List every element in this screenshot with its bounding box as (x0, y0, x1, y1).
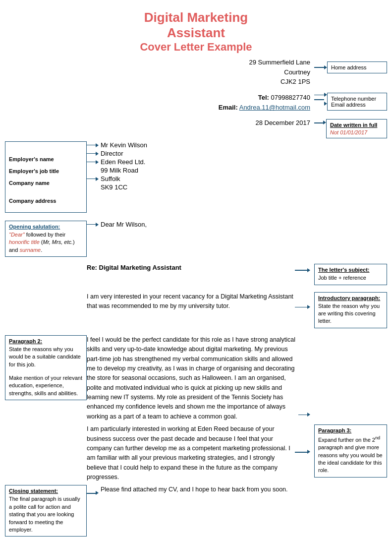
paragraph-3: I am particularly interested in working … (87, 424, 295, 482)
title-line2: Assistant (10, 25, 382, 41)
employer-name-line: Mr Kevin Wilson (87, 141, 310, 149)
employer-row: Employer's name Employer's job title Com… (5, 141, 387, 217)
para3-annotation: Paragraph 3: Expand further on the 2nd p… (310, 424, 387, 481)
paragraph-1: I am very interested in your recent vaca… (87, 292, 295, 311)
salutation-center: Dear Mr Wilson, (87, 221, 310, 230)
subject-row: Re: Digital Marketing Assistant The lett… (5, 264, 387, 289)
para4-center: Please find attached my CV, and I hope t… (87, 485, 310, 495)
address-line2: Courtney (87, 67, 310, 77)
para2-left-annotation: Paragraph 2: State the reasons why you w… (5, 335, 87, 404)
home-address-box: Home address (327, 61, 387, 73)
para2-center: I feel I would be the perfect candidate … (87, 335, 310, 421)
salutation-row: Opening salutation: "Dear" followed by t… (5, 221, 387, 261)
contact-center: Tel: 07998827740 Email: Andrea.11@hotmai… (87, 93, 310, 118)
address-line1: 29 Summerfield Lane (87, 58, 310, 67)
title-line1: Digital Marketing (10, 10, 382, 25)
subject-box: The letter's subject: Job title + refere… (314, 264, 387, 285)
date-center: 28 December 2017 (87, 119, 310, 132)
email-link[interactable]: Andrea.11@hotmail.com (239, 104, 310, 111)
closing-box: Closing statement: The final paragraph i… (5, 485, 87, 537)
date-box: Date written in full Not 01/01/2017 (326, 119, 387, 138)
paragraph-4: Please find attached my CV, and I hope t… (101, 485, 288, 494)
page: Digital Marketing Assistant Cover Letter… (0, 0, 392, 540)
intro-annotation: Introductory paragraph: State the reason… (310, 292, 387, 332)
employer-box-text: Employer's name Employer's job title Com… (9, 150, 83, 204)
subject-text: Re: Digital Marketing Assistant (87, 264, 295, 271)
paragraph2-box: Paragraph 2: State the reasons why you w… (5, 335, 87, 400)
para2-row: Paragraph 2: State the reasons why you w… (5, 335, 387, 421)
subject-annotation: The letter's subject: Job title + refere… (310, 264, 387, 289)
salutation-left-annotation: Opening salutation: "Dear" followed by t… (5, 221, 87, 261)
employer-addr3: SK9 1CC (101, 183, 310, 191)
email-line: Email: Andrea.11@hotmail.com (87, 103, 310, 113)
title-line3: Cover Letter Example (10, 41, 382, 54)
employer-title-line: Director (87, 150, 310, 157)
address-center: 29 Summerfield Lane Courtney CJK2 1PS (87, 58, 310, 92)
salutation-box: Opening salutation: "Dear" followed by t… (5, 221, 87, 257)
intro-box: Introductory paragraph: State the reason… (314, 292, 387, 328)
employer-center: Mr Kevin Wilson Director Eden Reed Ltd. … (87, 141, 310, 192)
subject-center: Re: Digital Marketing Assistant (87, 264, 310, 276)
tel-email-annotation: Telephone number Email address (310, 93, 387, 111)
salutation-text-line: Dear Mr Wilson, (87, 221, 310, 228)
home-address: 29 Summerfield Lane Courtney CJK2 1PS (87, 58, 310, 87)
address-line3: CJK2 1PS (87, 77, 310, 87)
closing-left-annotation: Closing statement: The final paragraph i… (5, 485, 87, 540)
employer-left-annotation: Employer's name Employer's job title Com… (5, 141, 87, 217)
para1-row: I am very interested in your recent vaca… (5, 292, 387, 332)
address-row: 29 Summerfield Lane Courtney CJK2 1PS Ho… (5, 58, 387, 92)
para3-row: I am particularly interested in working … (5, 424, 387, 482)
content-wrapper: 29 Summerfield Lane Courtney CJK2 1PS Ho… (0, 58, 392, 540)
date-row: 28 December 2017 Date written in full No… (5, 119, 387, 138)
para1-center: I am very interested in your recent vaca… (87, 292, 310, 311)
date-text: 28 December 2017 (87, 119, 310, 126)
contact-info: Tel: 07998827740 Email: Andrea.11@hotmai… (87, 93, 310, 114)
tel-line: Tel: 07998827740 (87, 93, 310, 103)
tel-email-box: Telephone number Email address (327, 93, 387, 111)
date-annotation: Date written in full Not 01/01/2017 (310, 119, 387, 138)
employer-company-line: Eden Reed Ltd. (87, 158, 310, 166)
employer-box: Employer's name Employer's job title Com… (5, 141, 87, 213)
para4-row: Closing statement: The final paragraph i… (5, 485, 387, 540)
contact-row: Tel: 07998827740 Email: Andrea.11@hotmai… (5, 93, 387, 118)
para3-box: Paragraph 3: Expand further on the 2nd p… (314, 424, 387, 478)
employer-addr1: 99 Milk Road (101, 167, 310, 174)
home-address-annotation: Home address (310, 58, 387, 73)
para3-center: I am particularly interested in working … (87, 424, 310, 482)
title-section: Digital Marketing Assistant Cover Letter… (0, 5, 392, 58)
employer-addr2-line: Suffolk (87, 175, 310, 182)
paragraph-2: I feel I would be the perfect candidate … (87, 335, 298, 421)
